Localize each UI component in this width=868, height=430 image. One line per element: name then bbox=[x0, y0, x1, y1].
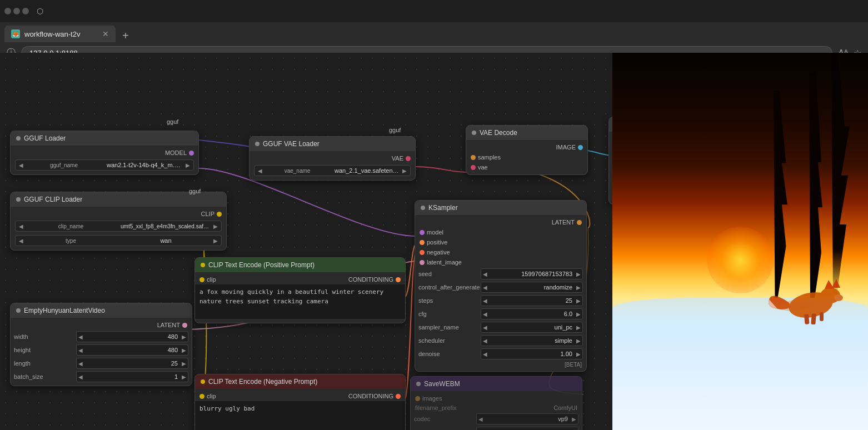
type-label: type bbox=[26, 238, 116, 244]
control-increase[interactable]: ▶ bbox=[575, 284, 582, 291]
denoise-row: denoise ◀ 1.00 ▶ bbox=[415, 347, 586, 361]
gguf-loader-filename-row: ◀ gguf_name wan2.1-t2v-14b-q4_k_m.gguf ▶ bbox=[11, 158, 198, 172]
cfg-stepper[interactable]: ◀ 6.0 ▶ bbox=[481, 308, 583, 319]
gguf-loader-header: GGUF Loader bbox=[11, 131, 198, 146]
batch-stepper[interactable]: ◀ 1 ▶ bbox=[76, 371, 188, 382]
ksampler-body: LATENT model positive bbox=[415, 215, 586, 371]
seed-decrease[interactable]: ◀ bbox=[481, 271, 489, 277]
scheduler-decrease[interactable]: ◀ bbox=[481, 338, 489, 344]
conditioning-neg-label: CONDITIONING bbox=[348, 393, 393, 399]
minimize-button[interactable] bbox=[4, 8, 11, 14]
workflow-canvas[interactable]: GGUF Loader MODEL ◀ gguf_name wan2.1-t2v… bbox=[0, 53, 868, 430]
close-button[interactable] bbox=[22, 8, 29, 14]
denoise-decrease[interactable]: ◀ bbox=[481, 351, 489, 357]
webm-fps-stepper[interactable]: ◀ 24.00 ▶ bbox=[476, 427, 578, 430]
model-ksampler-port[interactable] bbox=[420, 230, 425, 235]
control-stepper[interactable]: ◀ randomize ▶ bbox=[481, 282, 583, 293]
gguf-name-label: gguf_name bbox=[26, 162, 102, 168]
conditioning-pos-label: CONDITIONING bbox=[348, 276, 393, 283]
gguf-clip-clip-row: CLIP bbox=[11, 209, 226, 219]
sampler-decrease[interactable]: ◀ bbox=[481, 324, 489, 331]
denoise-increase[interactable]: ▶ bbox=[575, 351, 582, 357]
vae-name-field[interactable]: ◀ vae_name wan_2.1_vae.safetensors ▶ bbox=[254, 165, 411, 176]
steps-decrease[interactable]: ◀ bbox=[481, 298, 489, 304]
webm-codec-stepper[interactable]: ◀ vp9 ▶ bbox=[476, 413, 578, 424]
conditioning-neg-port[interactable] bbox=[396, 394, 401, 399]
field-right-arrow[interactable]: ▶ bbox=[186, 162, 190, 168]
vae-samples-row: samples bbox=[466, 152, 587, 162]
svg-marker-4 bbox=[832, 279, 840, 288]
seed-increase[interactable]: ▶ bbox=[575, 271, 582, 277]
height-decrease[interactable]: ◀ bbox=[77, 347, 84, 353]
clip-pos-input-port[interactable] bbox=[199, 277, 204, 282]
scheduler-stepper[interactable]: ◀ simple ▶ bbox=[481, 335, 583, 346]
clip-neg-input-port[interactable] bbox=[199, 394, 204, 399]
field-left-arrow[interactable]: ◀ bbox=[19, 162, 23, 168]
latent-ksampler-port[interactable] bbox=[577, 220, 582, 225]
seed-stepper[interactable]: ◀ 159970687153783 ▶ bbox=[481, 268, 583, 279]
gguf-name-value: wan2.1-t2v-14b-q4_k_m.gguf bbox=[107, 162, 183, 168]
length-value: 25 bbox=[84, 360, 180, 367]
clip-name-field[interactable]: ◀ clip_name umt5_xxl_fp8_e4m3fn_scaled.s… bbox=[15, 221, 222, 232]
clip-type-row: ◀ type wan ▶ bbox=[11, 233, 226, 248]
webm-images-port[interactable] bbox=[415, 396, 420, 401]
steps-label: steps bbox=[418, 297, 480, 304]
empty-latent-status-dot bbox=[16, 308, 21, 313]
length-increase[interactable]: ▶ bbox=[180, 361, 188, 367]
control-decrease[interactable]: ◀ bbox=[481, 284, 489, 291]
tab-close-button[interactable]: ✕ bbox=[102, 29, 109, 38]
negative-ksampler-label: negative bbox=[427, 249, 450, 256]
positive-ksampler-port[interactable] bbox=[420, 240, 425, 245]
vae-vae-row: vae bbox=[466, 162, 587, 172]
scheduler-increase[interactable]: ▶ bbox=[575, 338, 582, 344]
empty-latent-header: EmptyHunyuanLatentVideo bbox=[11, 303, 192, 318]
cfg-label: cfg bbox=[418, 311, 480, 317]
clip-negative-header: CLIP Text Encode (Negative Prompt) bbox=[195, 374, 405, 389]
batch-increase[interactable]: ▶ bbox=[180, 374, 188, 380]
batch-label: batch_size bbox=[14, 373, 75, 380]
new-tab-button[interactable]: + bbox=[118, 29, 133, 42]
gguf-name-field[interactable]: ◀ gguf_name wan2.1-t2v-14b-q4_k_m.gguf ▶ bbox=[15, 159, 194, 171]
width-increase[interactable]: ▶ bbox=[180, 334, 188, 340]
positive-prompt-text[interactable]: a fox moving quickly in a beautiful wint… bbox=[195, 284, 405, 319]
latent-output-label: LATENT bbox=[157, 322, 180, 328]
seed-row: seed ◀ 159970687153783 ▶ bbox=[415, 267, 586, 281]
webm-filename-value: ComfyUI bbox=[553, 404, 577, 411]
cfg-decrease[interactable]: ◀ bbox=[481, 311, 489, 317]
height-increase[interactable]: ▶ bbox=[180, 347, 188, 353]
maximize-button[interactable] bbox=[13, 8, 20, 14]
denoise-stepper[interactable]: ◀ 1.00 ▶ bbox=[481, 348, 583, 359]
batch-decrease[interactable]: ◀ bbox=[77, 374, 84, 380]
samples-input-port[interactable] bbox=[471, 155, 476, 160]
length-decrease[interactable]: ◀ bbox=[77, 361, 84, 367]
empty-latent-body: LATENT width ◀ 480 ▶ height ◀ 480 ▶ bbox=[11, 318, 192, 386]
cfg-increase[interactable]: ▶ bbox=[575, 311, 582, 317]
latent-output-port[interactable] bbox=[182, 323, 187, 328]
window-title-icon: ⬡ bbox=[37, 7, 43, 16]
width-decrease[interactable]: ◀ bbox=[77, 334, 84, 340]
webm-filename-row: filename_prefix ComfyUI bbox=[411, 403, 582, 412]
scheduler-label: scheduler bbox=[418, 337, 480, 344]
height-stepper[interactable]: ◀ 480 ▶ bbox=[76, 344, 188, 356]
clip-output-port[interactable] bbox=[217, 212, 222, 217]
active-tab[interactable]: 🦊 workflow-wan-t2v ✕ bbox=[4, 26, 116, 42]
model-output-port[interactable] bbox=[189, 151, 194, 156]
ksampler-negative-row: negative bbox=[415, 247, 586, 257]
sampler-value: uni_pc bbox=[489, 324, 575, 331]
fox-image bbox=[612, 53, 868, 430]
vae-input-port[interactable] bbox=[471, 165, 476, 170]
sampler-stepper[interactable]: ◀ uni_pc ▶ bbox=[481, 322, 583, 333]
latent-image-port[interactable] bbox=[420, 260, 425, 265]
vae-output-port[interactable] bbox=[406, 156, 411, 161]
clip-type-field[interactable]: ◀ type wan ▶ bbox=[15, 235, 222, 246]
conditioning-pos-port[interactable] bbox=[396, 277, 401, 282]
width-stepper[interactable]: ◀ 480 ▶ bbox=[76, 331, 188, 342]
image-output-port[interactable] bbox=[578, 145, 583, 150]
steps-increase[interactable]: ▶ bbox=[575, 298, 582, 304]
negative-prompt-text[interactable]: blurry ugly bad bbox=[195, 401, 405, 430]
latent-output-row: LATENT bbox=[11, 320, 192, 330]
negative-ksampler-port[interactable] bbox=[420, 250, 425, 255]
length-stepper[interactable]: ◀ 25 ▶ bbox=[76, 358, 188, 369]
steps-stepper[interactable]: ◀ 25 ▶ bbox=[481, 295, 583, 306]
sampler-increase[interactable]: ▶ bbox=[575, 324, 582, 331]
